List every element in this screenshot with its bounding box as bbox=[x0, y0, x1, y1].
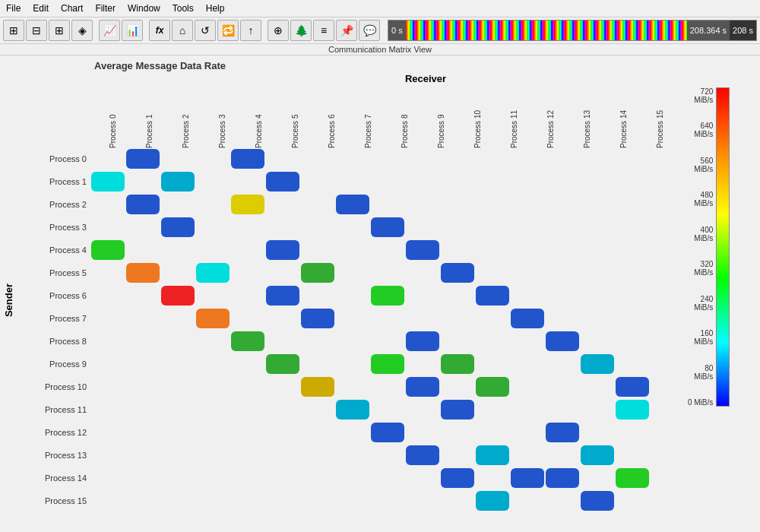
cell-9-14[interactable] bbox=[581, 354, 614, 374]
cell-9-5[interactable] bbox=[266, 354, 299, 374]
cell-2-7[interactable] bbox=[336, 195, 369, 214]
tool-btn-4[interactable]: 📈 bbox=[99, 20, 120, 41]
cell-empty-7-5 bbox=[266, 309, 299, 328]
menu-edit[interactable]: Edit bbox=[27, 2, 55, 15]
cell-3-2[interactable] bbox=[161, 217, 195, 237]
cell-empty-11-0 bbox=[91, 400, 125, 420]
cell-13-14[interactable] bbox=[581, 445, 614, 465]
cell-7-6[interactable] bbox=[301, 309, 334, 328]
cell-14-12[interactable] bbox=[511, 468, 544, 488]
cell-11-15[interactable] bbox=[616, 400, 649, 420]
cell-0-4[interactable] bbox=[231, 149, 264, 169]
cell-7-12[interactable] bbox=[511, 309, 544, 328]
cell-15-11[interactable] bbox=[476, 491, 509, 511]
tool-btn-up[interactable]: ↑ bbox=[240, 20, 261, 41]
cell-10-6[interactable] bbox=[301, 377, 334, 397]
cell-14-15[interactable] bbox=[616, 468, 649, 488]
cell-6-11[interactable] bbox=[476, 286, 509, 306]
cell-8-9[interactable] bbox=[406, 331, 439, 351]
cell-6-2[interactable] bbox=[161, 286, 195, 306]
tool-btn-5[interactable]: 📊 bbox=[122, 20, 143, 41]
cell-12-13[interactable] bbox=[546, 423, 579, 442]
cell-empty-2-11 bbox=[476, 195, 509, 214]
cell-10-11[interactable] bbox=[476, 377, 509, 397]
timeline-bar[interactable] bbox=[406, 21, 687, 40]
cell-4-5[interactable] bbox=[266, 240, 299, 260]
toolbar: ⊞ ⊟ ⊞ ◈ 📈 📊 fx ⌂ ↺ 🔁 ↑ ⊕ 🌲 ≡ 📌 💬 0 s 208… bbox=[0, 17, 760, 44]
cell-empty-0-13 bbox=[546, 149, 579, 169]
cell-4-9[interactable] bbox=[406, 240, 439, 260]
menu-tools[interactable]: Tools bbox=[166, 2, 200, 15]
cell-empty-10-5 bbox=[266, 377, 299, 397]
cell-empty-7-1 bbox=[126, 309, 160, 328]
cell-5-3[interactable] bbox=[196, 263, 230, 283]
cell-6-8[interactable] bbox=[371, 286, 404, 306]
cell-5-10[interactable] bbox=[441, 263, 474, 283]
cell-empty-12-7 bbox=[336, 423, 369, 442]
matrix-row-8: Process 8 bbox=[15, 331, 678, 352]
cell-14-13[interactable] bbox=[546, 468, 579, 488]
cell-11-7[interactable] bbox=[336, 400, 369, 420]
cell-empty-14-3 bbox=[196, 468, 230, 488]
row-label-15: Process 15 bbox=[15, 496, 91, 505]
timeline-mid-label: 208.364 s bbox=[687, 21, 730, 40]
cell-1-2[interactable] bbox=[161, 172, 195, 192]
cell-1-5[interactable] bbox=[266, 172, 299, 192]
cell-empty-2-9 bbox=[406, 195, 439, 214]
menu-filter[interactable]: Filter bbox=[89, 2, 122, 15]
tool-btn-1[interactable]: ⊟ bbox=[26, 20, 47, 41]
cell-empty-12-4 bbox=[231, 423, 264, 442]
tool-btn-fx[interactable]: fx bbox=[149, 20, 170, 41]
tool-btn-2[interactable]: ⊞ bbox=[49, 20, 70, 41]
tool-btn-home[interactable]: ⌂ bbox=[172, 20, 193, 41]
cell-9-10[interactable] bbox=[441, 354, 474, 374]
cell-13-11[interactable] bbox=[476, 445, 509, 465]
col-header-text-0: Process 0 bbox=[109, 87, 117, 148]
cell-5-6[interactable] bbox=[301, 263, 334, 283]
cell-8-4[interactable] bbox=[231, 331, 264, 351]
tool-btn-tree[interactable]: 🌲 bbox=[290, 20, 312, 41]
cell-2-4[interactable] bbox=[231, 195, 264, 214]
tool-btn-list[interactable]: ≡ bbox=[313, 20, 334, 41]
tool-btn-msg[interactable]: 💬 bbox=[359, 20, 380, 41]
menu-window[interactable]: Window bbox=[122, 2, 166, 15]
cell-6-5[interactable] bbox=[266, 286, 299, 306]
cell-1-0[interactable] bbox=[91, 172, 125, 192]
cell-12-8[interactable] bbox=[371, 423, 404, 442]
menu-chart[interactable]: Chart bbox=[55, 2, 89, 15]
receiver-label: Receiver bbox=[94, 73, 757, 84]
cell-empty-11-13 bbox=[546, 400, 579, 420]
cell-2-1[interactable] bbox=[126, 195, 160, 214]
cell-0-1[interactable] bbox=[126, 149, 160, 169]
tool-btn-pin[interactable]: 📌 bbox=[336, 20, 357, 41]
tool-btn-grid[interactable]: ⊕ bbox=[268, 20, 289, 41]
cell-3-8[interactable] bbox=[371, 217, 404, 237]
cells-row-1 bbox=[91, 172, 649, 192]
menu-help[interactable]: Help bbox=[200, 2, 231, 15]
tool-btn-0[interactable]: ⊞ bbox=[3, 20, 24, 41]
cell-15-14[interactable] bbox=[581, 491, 614, 511]
cell-13-9[interactable] bbox=[406, 445, 439, 465]
cell-10-15[interactable] bbox=[616, 377, 649, 397]
cell-5-1[interactable] bbox=[126, 263, 160, 283]
col-header-2: Process 2 bbox=[167, 87, 204, 148]
cell-10-9[interactable] bbox=[406, 377, 439, 397]
cell-empty-0-0 bbox=[91, 149, 125, 169]
tool-btn-refresh[interactable]: ↺ bbox=[195, 20, 216, 41]
col-header-text-1: Process 1 bbox=[145, 87, 154, 148]
cell-empty-3-10 bbox=[441, 217, 474, 237]
cell-empty-10-0 bbox=[91, 377, 125, 397]
cell-8-13[interactable] bbox=[546, 331, 579, 351]
cell-14-10[interactable] bbox=[441, 468, 474, 488]
cell-empty-1-15 bbox=[616, 172, 649, 192]
cell-7-3[interactable] bbox=[196, 309, 230, 328]
tool-btn-3[interactable]: ◈ bbox=[71, 20, 93, 41]
cell-4-0[interactable] bbox=[91, 240, 125, 260]
cell-empty-0-9 bbox=[406, 149, 439, 169]
menu-file[interactable]: File bbox=[0, 2, 27, 15]
tool-btn-loop[interactable]: 🔁 bbox=[217, 20, 239, 41]
cell-empty-15-1 bbox=[126, 491, 160, 511]
cell-9-8[interactable] bbox=[371, 354, 404, 374]
cell-empty-5-4 bbox=[231, 263, 264, 283]
cell-11-10[interactable] bbox=[441, 400, 474, 420]
